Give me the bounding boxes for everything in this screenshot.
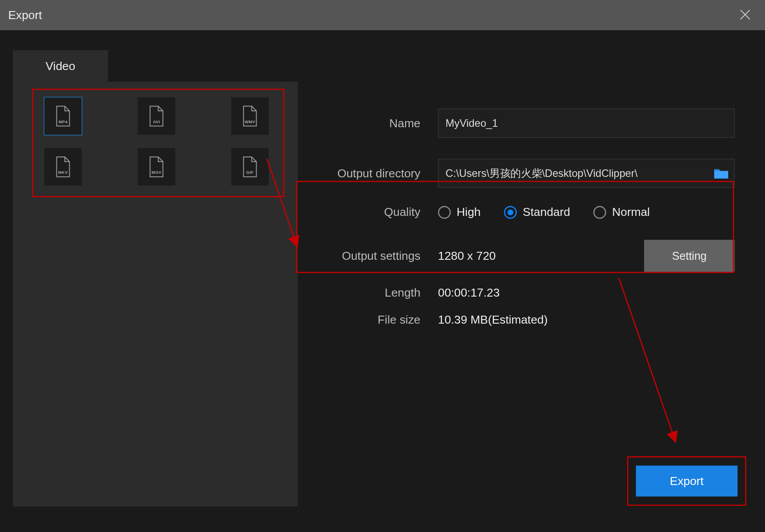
setting-button[interactable]: Setting <box>644 240 735 272</box>
dir-label: Output directory <box>315 167 438 180</box>
close-icon[interactable] <box>736 6 754 23</box>
length-label: Length <box>315 286 438 299</box>
radio-icon <box>504 206 517 219</box>
quality-radio-standard[interactable]: Standard <box>504 205 570 219</box>
format-mp4[interactable]: MP4 <box>44 98 82 135</box>
length-value: 00:00:17.23 <box>438 286 747 299</box>
filesize-label: File size <box>315 313 438 327</box>
format-mkv[interactable]: MKV <box>44 148 82 185</box>
quality-radio-high[interactable]: High <box>438 205 481 219</box>
format-mov[interactable]: MOV <box>138 148 175 185</box>
radio-label: Normal <box>612 205 650 219</box>
file-icon: MKV <box>54 156 71 178</box>
file-icon: AVI <box>148 105 165 127</box>
tab-video-label: Video <box>46 59 75 73</box>
format-label: AVI <box>148 120 165 124</box>
quality-label: Quality <box>315 205 438 219</box>
annotation-format-box: MP4AVIWMVMKVMOVGIF <box>32 89 284 197</box>
format-avi[interactable]: AVI <box>138 98 175 135</box>
filesize-value: 10.39 MB(Estimated) <box>438 313 747 327</box>
format-label: MP4 <box>54 120 71 124</box>
quality-radio-normal[interactable]: Normal <box>593 205 650 219</box>
file-icon: MP4 <box>54 105 71 127</box>
file-icon: GIF <box>241 156 259 178</box>
output-settings-value: 1280 x 720 <box>438 249 496 262</box>
format-wmv[interactable]: WMV <box>231 98 268 135</box>
radio-label: Standard <box>523 205 570 219</box>
titlebar: Export <box>0 0 765 30</box>
window-title: Export <box>8 8 42 22</box>
format-gif[interactable]: GIF <box>231 148 268 185</box>
output-settings-label: Output settings <box>315 249 438 262</box>
radio-icon <box>593 206 606 219</box>
format-panel: MP4AVIWMVMKVMOVGIF <box>13 82 298 506</box>
tab-video[interactable]: Video <box>13 50 108 82</box>
format-label: MKV <box>54 170 71 174</box>
format-label: WMV <box>241 120 259 124</box>
radio-icon <box>438 206 451 219</box>
file-icon: WMV <box>241 105 259 127</box>
format-label: MOV <box>148 170 165 174</box>
name-input[interactable] <box>438 109 735 138</box>
output-directory-field[interactable]: C:\Users\男孩的火柴\Desktop\VidClipper\ <box>438 159 735 188</box>
radio-label: High <box>457 205 481 219</box>
name-label: Name <box>315 117 438 130</box>
format-label: GIF <box>241 170 259 174</box>
file-icon: MOV <box>148 156 165 178</box>
annotation-export-box: Export <box>627 456 746 506</box>
dir-value: C:\Users\男孩的火柴\Desktop\VidClipper\ <box>446 166 713 180</box>
folder-icon[interactable] <box>713 167 730 180</box>
export-button[interactable]: Export <box>636 466 737 497</box>
